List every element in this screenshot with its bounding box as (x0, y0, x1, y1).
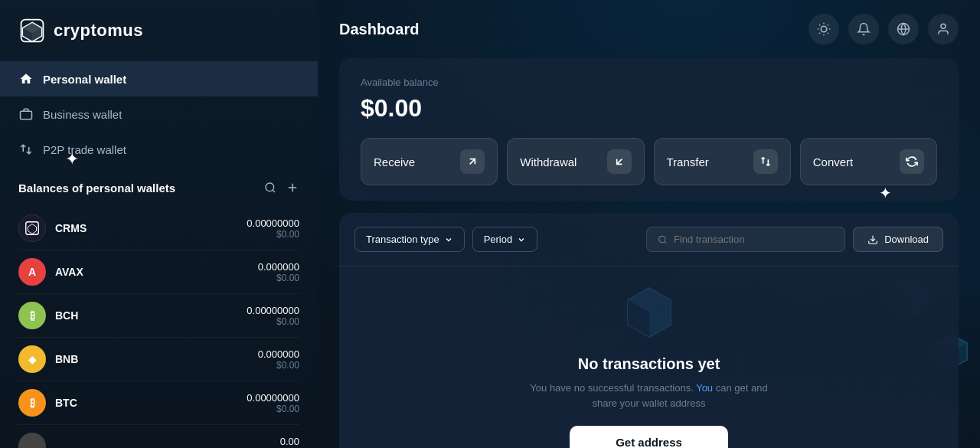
download-button[interactable]: Download (853, 227, 943, 252)
btc-balance: 0.00000000 $0.00 (247, 392, 299, 414)
brightness-button[interactable] (808, 14, 839, 44)
empty-desc-highlight: You (696, 382, 713, 394)
avax-icon: A (18, 258, 46, 286)
download-label: Download (884, 234, 929, 245)
logo-area: cryptomus (0, 0, 318, 61)
topbar: Dashboard (318, 0, 980, 58)
svg-point-22 (266, 183, 274, 191)
personal-wallet-label: Personal wallet (43, 73, 126, 86)
search-icon (658, 234, 668, 245)
bnb-icon: ◆ (18, 345, 46, 373)
wallets-header: Balances of personal wallets (18, 181, 299, 195)
search-box (646, 227, 845, 252)
crms-icon (18, 214, 46, 242)
withdrawal-label: Withdrawal (520, 155, 577, 168)
notifications-button[interactable] (848, 14, 879, 44)
wallet-row-bnb[interactable]: ◆ BNB 0.000000 $0.00 (18, 338, 299, 381)
wallet-row-avax[interactable]: A AVAX 0.000000 $0.00 (18, 250, 299, 294)
avax-balance: 0.000000 $0.00 (258, 261, 299, 283)
receive-label: Receive (374, 155, 415, 168)
page-title: Dashboard (339, 21, 419, 38)
wallet-row-last[interactable]: 0.00 $0.00 (18, 425, 299, 448)
transfer-button[interactable]: Transfer (654, 138, 791, 185)
wallet-row-btc[interactable]: ₿ BTC 0.00000000 $0.00 (18, 381, 299, 425)
transaction-type-filter[interactable]: Transaction type (354, 227, 465, 252)
bch-name: BCH (55, 309, 247, 322)
nav-p2p-wallet[interactable]: P2P trade wallet (0, 132, 318, 167)
action-buttons: Receive Withdrawal Transfer (361, 138, 937, 185)
business-wallet-label: Business wallet (43, 108, 122, 121)
home-icon (18, 71, 34, 87)
crms-balance: 0.00000000 $0.00 (247, 217, 299, 240)
bnb-name: BNB (55, 353, 258, 365)
receive-icon (460, 149, 485, 174)
btc-name: BTC (55, 397, 247, 409)
unknown-icon (18, 433, 46, 448)
language-button[interactable] (888, 14, 919, 44)
topbar-icons (808, 14, 959, 44)
bch-icon: ₿ (18, 302, 46, 329)
p2p-wallet-label: P2P trade wallet (43, 143, 126, 156)
nav-personal-wallet[interactable]: Personal wallet (0, 61, 318, 96)
transfer-icon (753, 149, 778, 174)
app-name: cryptomus (54, 21, 143, 41)
wallets-title: Balances of personal wallets (18, 181, 175, 195)
search-input[interactable] (674, 234, 834, 245)
withdrawal-button[interactable]: Withdrawal (507, 138, 644, 185)
crms-name: CRMS (55, 222, 247, 234)
last-balance: 0.00 $0.00 (276, 436, 299, 449)
nav-business-wallet[interactable]: Business wallet (0, 96, 318, 132)
search-wallets-button[interactable] (264, 181, 276, 194)
svg-rect-21 (21, 111, 32, 119)
period-filter[interactable]: Period (472, 227, 538, 252)
wallet-row-crms[interactable]: CRMS 0.00000000 $0.00 (18, 207, 299, 250)
main-content: Dashboard (318, 0, 980, 448)
transactions-filters: Transaction type Period (339, 213, 959, 267)
logo-icon (18, 17, 46, 44)
convert-button[interactable]: Convert (800, 138, 937, 185)
sidebar: cryptomus Personal wallet Business walle… (0, 0, 318, 448)
transaction-type-label: Transaction type (366, 234, 439, 245)
wallets-section: Balances of personal wallets (0, 167, 318, 448)
empty-state: No transactions yet You have no successf… (339, 267, 959, 448)
convert-icon (900, 149, 924, 174)
balance-amount: $0.00 (361, 94, 937, 123)
get-address-button[interactable]: Get address (570, 426, 728, 448)
wallets-actions (264, 181, 299, 195)
svg-marker-24 (28, 224, 37, 234)
profile-button[interactable] (928, 14, 959, 44)
transfer-icon (18, 142, 34, 157)
avax-name: AVAX (55, 266, 258, 278)
wallet-row-bch[interactable]: ₿ BCH 0.00000000 $0.00 (18, 294, 299, 338)
empty-cube-illustration (619, 282, 680, 343)
svg-point-27 (941, 24, 946, 28)
briefcase-icon (18, 106, 34, 122)
download-icon (867, 234, 878, 245)
withdrawal-icon (607, 149, 632, 174)
svg-point-28 (659, 236, 665, 242)
balance-card: Available balance $0.00 Receive Withdraw… (339, 58, 959, 201)
bch-balance: 0.00000000 $0.00 (247, 305, 299, 327)
transactions-section: Transaction type Period (339, 213, 959, 448)
period-label: Period (484, 234, 513, 245)
add-wallet-button[interactable] (286, 181, 299, 195)
svg-point-25 (821, 26, 827, 32)
balance-label: Available balance (361, 77, 937, 88)
empty-desc: You have no successful transactions. You… (527, 381, 772, 410)
bnb-balance: 0.000000 $0.00 (258, 348, 299, 371)
btc-icon: ₿ (18, 389, 46, 417)
receive-button[interactable]: Receive (361, 138, 498, 185)
empty-title: No transactions yet (578, 355, 720, 373)
convert-label: Convert (813, 155, 854, 168)
transfer-label: Transfer (667, 155, 709, 168)
